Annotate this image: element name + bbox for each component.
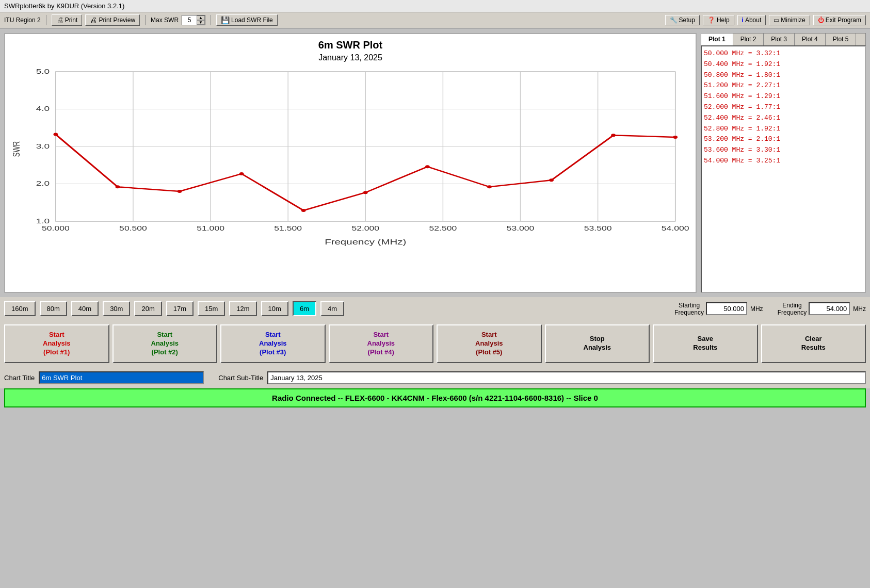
load-icon: 💾 [221, 16, 230, 24]
print-icon: 🖨 [56, 16, 63, 24]
plot-tabs: Plot 1 Plot 2 Plot 3 Plot 4 Plot 5 [701, 33, 866, 45]
app-title: SWRplotter6k by K9DUR (Version 3.2.1) [4, 2, 124, 10]
ending-freq-labels: Ending Frequency [778, 302, 807, 316]
tab-plot1[interactable]: Plot 1 [701, 34, 733, 45]
band-6m[interactable]: 6m [293, 301, 316, 316]
start-analysis-1-button[interactable]: StartAnalysis(Plot #1) [4, 324, 109, 363]
start-analysis-3-button[interactable]: StartAnalysis(Plot #3) [220, 324, 326, 363]
chart-subtitle-field-label: Chart Sub-Title [218, 374, 263, 382]
svg-text:50.500: 50.500 [119, 225, 147, 232]
exit-icon: ⏻ [818, 17, 824, 24]
svg-point-31 [53, 133, 58, 136]
exit-button[interactable]: ⏻ Exit Program [813, 15, 866, 25]
data-list[interactable]: 50.000 MHz = 3.32:1 50.400 MHz = 1.92:1 … [701, 45, 866, 293]
band-17m[interactable]: 17m [166, 301, 194, 316]
svg-text:SWR: SWR [10, 141, 21, 157]
data-panel: Plot 1 Plot 2 Plot 3 Plot 4 Plot 5 50.00… [701, 33, 866, 293]
svg-point-38 [487, 185, 492, 188]
band-40m[interactable]: 40m [71, 301, 99, 316]
max-swr-label: Max SWR [151, 17, 179, 24]
ending-freq-input[interactable] [809, 302, 850, 315]
svg-point-37 [425, 165, 430, 168]
spinner-down[interactable]: ▼ [197, 20, 205, 25]
load-swr-button[interactable]: 💾 Load SWR File [216, 14, 278, 26]
band-20m[interactable]: 20m [134, 301, 162, 316]
band-160m[interactable]: 160m [4, 301, 36, 316]
spinner-up[interactable]: ▲ [197, 15, 205, 20]
help-button[interactable]: ❓ Help [703, 15, 734, 25]
list-item: 50.800 MHz = 1.80:1 [704, 70, 863, 81]
svg-text:51.500: 51.500 [274, 225, 302, 232]
print-preview-button[interactable]: 🖨 Print Preview [85, 14, 140, 26]
starting-freq-unit: MHz [750, 305, 763, 313]
about-icon: i [742, 17, 744, 24]
svg-point-32 [116, 185, 120, 188]
itu-region-label: ITU Region 2 [4, 17, 41, 24]
list-item: 52.800 MHz = 1.92:1 [704, 124, 863, 135]
ending-freq-group: Ending Frequency MHz [778, 302, 866, 316]
svg-text:Frequency (MHz): Frequency (MHz) [325, 238, 406, 246]
band-80m[interactable]: 80m [40, 301, 67, 316]
starting-freq-labels: Starting Frequency [674, 302, 704, 316]
separator2 [145, 15, 146, 25]
chart-plot: 5.0 4.0 3.0 2.0 1.0 SWR 50.000 50.500 51… [10, 67, 690, 252]
chart-title-field-input[interactable] [39, 371, 204, 384]
minimize-button[interactable]: ▭ Minimize [769, 15, 810, 25]
svg-point-35 [301, 209, 306, 212]
band-30m[interactable]: 30m [103, 301, 130, 316]
svg-text:4.0: 4.0 [36, 105, 50, 112]
setup-button[interactable]: 🔧 Setup [665, 15, 700, 25]
svg-point-40 [611, 134, 616, 137]
svg-point-36 [363, 191, 368, 194]
svg-text:3.0: 3.0 [36, 142, 50, 150]
start-analysis-2-button[interactable]: StartAnalysis(Plot #2) [112, 324, 218, 363]
list-item: 52.000 MHz = 1.77:1 [704, 102, 863, 113]
svg-text:1.0: 1.0 [36, 217, 50, 224]
status-bar: Radio Connected -- FLEX-6600 - KK4CNM - … [4, 388, 866, 407]
chart-svg: 5.0 4.0 3.0 2.0 1.0 SWR 50.000 50.500 51… [10, 67, 690, 252]
main-content: 6m SWR Plot January 13, 2025 [0, 29, 870, 297]
actions-row: StartAnalysis(Plot #1) StartAnalysis(Plo… [0, 320, 870, 367]
tab-plot3[interactable]: Plot 3 [764, 34, 795, 45]
ending-freq-label2: Frequency [778, 309, 807, 316]
list-item: 51.200 MHz = 2.27:1 [704, 80, 863, 91]
chart-area: 6m SWR Plot January 13, 2025 [4, 33, 697, 293]
print-preview-icon: 🖨 [90, 16, 97, 24]
svg-point-39 [549, 178, 554, 182]
separator1 [46, 15, 46, 25]
list-item: 53.200 MHz = 2.10:1 [704, 134, 863, 145]
toolbar-right: 🔧 Setup ❓ Help i About ▭ Minimize ⏻ Exit… [665, 15, 866, 25]
about-button[interactable]: i About [737, 15, 766, 25]
start-analysis-4-button[interactable]: StartAnalysis(Plot #4) [329, 324, 434, 363]
tab-plot4[interactable]: Plot 4 [795, 34, 826, 45]
band-4m[interactable]: 4m [320, 301, 344, 316]
svg-text:54.000: 54.000 [662, 225, 689, 232]
max-swr-input[interactable] [182, 17, 197, 24]
chart-subtitle-field-input[interactable] [267, 371, 866, 384]
band-12m[interactable]: 12m [229, 301, 256, 316]
list-item: 51.600 MHz = 1.29:1 [704, 91, 863, 102]
max-swr-spinner[interactable]: ▲ ▼ [182, 15, 205, 25]
svg-point-41 [673, 136, 678, 139]
starting-freq-input[interactable] [706, 302, 747, 315]
svg-text:52.000: 52.000 [351, 225, 379, 232]
band-15m[interactable]: 15m [198, 301, 225, 316]
tab-plot2[interactable]: Plot 2 [733, 34, 764, 45]
minimize-icon: ▭ [774, 17, 779, 24]
start-analysis-5-button[interactable]: StartAnalysis(Plot #5) [437, 324, 542, 363]
band-row: 160m 80m 40m 30m 20m 17m 15m 12m 10m 6m … [0, 297, 870, 320]
svg-point-33 [178, 190, 182, 193]
starting-freq-label2: Frequency [674, 309, 704, 316]
list-item: 50.400 MHz = 1.92:1 [704, 59, 863, 70]
help-icon: ❓ [707, 17, 715, 24]
stop-analysis-button[interactable]: StopAnalysis [545, 324, 650, 363]
clear-results-button[interactable]: ClearResults [761, 324, 866, 363]
band-10m[interactable]: 10m [261, 301, 288, 316]
ending-freq-label1: Ending [782, 302, 801, 309]
save-results-button[interactable]: SaveResults [653, 324, 758, 363]
toolbar: ITU Region 2 🖨 Print 🖨 Print Preview Max… [0, 12, 870, 29]
print-button[interactable]: 🖨 Print [52, 14, 83, 26]
svg-text:51.000: 51.000 [197, 225, 224, 232]
tab-plot5[interactable]: Plot 5 [826, 34, 857, 45]
ending-freq-unit: MHz [853, 305, 866, 313]
